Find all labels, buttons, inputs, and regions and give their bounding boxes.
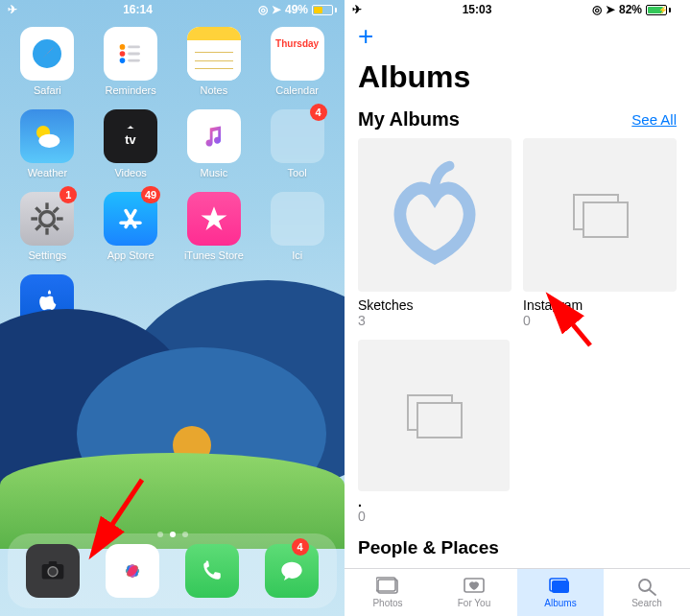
svg-line-23 [36, 225, 41, 230]
app-label: Reminders [106, 84, 156, 96]
search-tab-icon [635, 577, 658, 596]
svg-point-6 [120, 44, 126, 50]
battery-icon [312, 5, 337, 15]
svg-line-46 [650, 590, 655, 595]
app-videos[interactable]: tv Videos [91, 109, 170, 178]
svg-rect-30 [49, 561, 58, 565]
safari-icon [20, 27, 74, 81]
compass-icon: ◎ [592, 3, 602, 16]
svg-point-8 [120, 58, 126, 63]
notes-icon [187, 27, 241, 81]
app-safari[interactable]: Safari [8, 27, 86, 96]
dock: 4 [8, 533, 337, 608]
status-bar: ✈ 15:03 ◎ ➤ 82% ⚡ [345, 0, 690, 17]
svg-marker-27 [201, 206, 226, 230]
dock-photos[interactable] [106, 544, 159, 598]
app-calendar[interactable]: Thursday 11 Calendar [258, 27, 337, 96]
svg-rect-9 [128, 46, 140, 49]
app-weather[interactable]: Weather [8, 109, 86, 178]
badge: 4 [292, 538, 309, 556]
svg-line-20 [36, 207, 41, 212]
app-label: Settings [29, 249, 67, 261]
app-label: Calendar [275, 84, 319, 96]
album-thumbnail [358, 138, 512, 292]
tab-albums[interactable]: Albums [517, 569, 604, 616]
add-button[interactable]: + [358, 21, 373, 51]
status-bar: ✈ 16:14 ◎ ➤ 49% [0, 0, 345, 17]
airplane-icon: ✈ [8, 3, 17, 16]
tab-label: Albums [544, 598, 576, 608]
app-appstore[interactable]: 49 App Store [91, 192, 170, 261]
badge: 49 [141, 186, 160, 203]
photos-icon [106, 544, 159, 598]
svg-point-7 [120, 51, 126, 57]
album-count: 3 [358, 313, 512, 328]
tab-bar: Photos For You Albums Search [345, 568, 690, 616]
see-all-link[interactable]: See All [631, 111, 677, 128]
tab-foryou[interactable]: For You [431, 569, 517, 616]
svg-point-29 [48, 567, 58, 577]
location-icon: ➤ [272, 3, 281, 16]
svg-rect-10 [128, 53, 140, 56]
app-itunes[interactable]: iTunes Store [175, 192, 253, 261]
empty-stack-icon [407, 394, 461, 437]
compass-icon: ◎ [258, 3, 268, 16]
svg-rect-11 [128, 59, 140, 62]
app-label: Safari [34, 84, 61, 96]
album-thumbnail [523, 138, 677, 292]
album-name: . [345, 491, 690, 509]
tab-photos[interactable]: Photos [345, 569, 431, 616]
folder-icon [271, 192, 324, 246]
app-label: Music [201, 167, 228, 178]
status-time: 15:03 [463, 3, 492, 16]
svg-line-22 [54, 207, 59, 212]
dock-phone[interactable] [185, 544, 239, 598]
album-sketches[interactable]: Sketches 3 [358, 138, 512, 328]
home-screen: ✈ 16:14 ◎ ➤ 49% Safari Reminders [0, 0, 345, 616]
messages-icon [265, 544, 319, 598]
app-label: App Store [107, 249, 155, 261]
album-name: Sketches [358, 297, 512, 313]
app-label: Notes [201, 84, 228, 96]
app-label: Videos [114, 167, 146, 178]
dock-camera[interactable] [26, 544, 80, 598]
dock-messages[interactable]: 4 [265, 544, 319, 598]
album-name: Instagram [523, 297, 677, 313]
album-thumbnail [358, 340, 510, 491]
empty-stack-icon [573, 194, 627, 236]
tab-label: For You [458, 598, 490, 608]
section-my-albums: My Albums [358, 108, 460, 130]
app-reminders[interactable]: Reminders [91, 27, 170, 96]
tab-label: Search [631, 598, 662, 608]
albums-tab-icon [549, 577, 572, 596]
calendar-day: 11 [283, 49, 311, 74]
album-instagram[interactable]: Instagram 0 [523, 138, 677, 328]
weather-icon [20, 109, 74, 163]
star-icon [187, 192, 241, 246]
location-icon: ➤ [606, 3, 615, 16]
album-dot[interactable] [358, 340, 677, 491]
app-tool-folder[interactable]: 4 Tool [258, 109, 337, 178]
photos-albums-screen: ✈ 15:03 ◎ ➤ 82% ⚡ + Albums My Albums See… [345, 0, 690, 616]
album-count: 0 [345, 509, 690, 524]
battery-icon: ⚡ [646, 5, 682, 15]
calendar-icon: Thursday 11 [271, 27, 324, 81]
app-label: Tool [288, 167, 307, 178]
music-icon [187, 109, 241, 163]
badge: 1 [59, 186, 77, 203]
album-count: 0 [523, 313, 677, 328]
app-music[interactable]: Music [175, 109, 253, 178]
page-title: Albums [345, 52, 690, 105]
tab-search[interactable]: Search [604, 569, 690, 616]
app-ici-folder[interactable]: Ici [258, 192, 337, 261]
svg-line-21 [54, 225, 59, 230]
svg-point-15 [40, 212, 55, 226]
app-notes[interactable]: Notes [175, 27, 253, 96]
camera-icon [26, 544, 80, 598]
status-time: 16:14 [123, 3, 153, 16]
app-label: Ici [292, 249, 302, 261]
section-people-places: People & Places [358, 537, 677, 558]
app-settings[interactable]: 1 Settings [8, 192, 86, 261]
app-label: Weather [28, 167, 67, 178]
foryou-tab-icon [463, 577, 486, 596]
